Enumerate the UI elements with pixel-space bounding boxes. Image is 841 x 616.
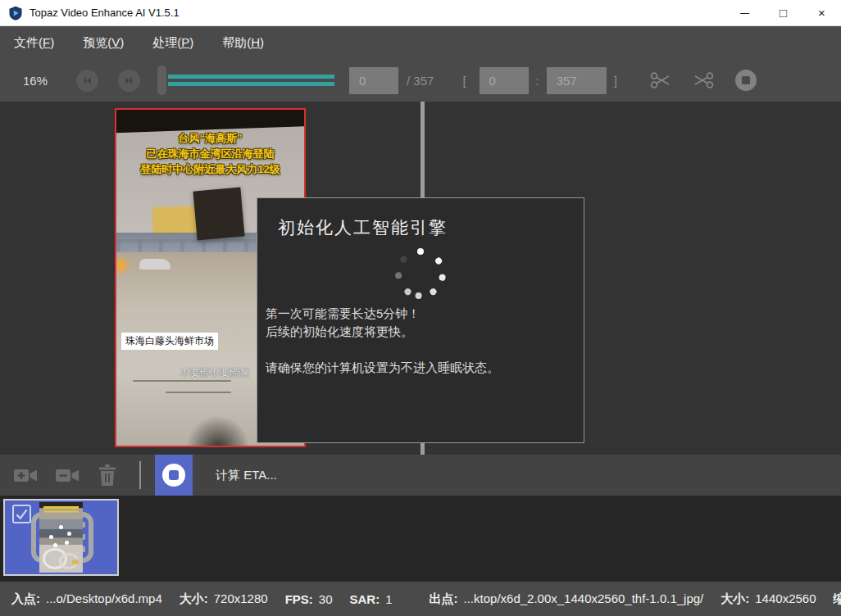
trim-bracket-close: ]: [614, 74, 617, 88]
window-title: Topaz Video Enhance AI V1.5.1: [30, 7, 180, 19]
status-fps: FPS:30: [285, 592, 333, 606]
trim-start-input[interactable]: [480, 67, 529, 94]
video-streak: [133, 380, 231, 382]
trim-colon: :: [536, 74, 539, 88]
video-hanging-sign-shape: [193, 188, 244, 241]
skip-end-icon: [123, 75, 135, 87]
timeline-slider[interactable]: [157, 66, 334, 95]
skip-to-end-button[interactable]: [118, 70, 140, 92]
remove-video-icon: [55, 466, 80, 485]
trim-in-button[interactable]: [648, 70, 673, 91]
scissors-out-icon: [691, 70, 716, 91]
timeline-slider-track[interactable]: [168, 75, 334, 86]
stop-processing-button[interactable]: [155, 455, 193, 496]
add-video-button[interactable]: [13, 466, 39, 485]
title-bar: Topaz Video Enhance AI V1.5.1 ─ □ ×: [0, 0, 841, 26]
remove-video-button[interactable]: [55, 466, 80, 485]
minimize-button[interactable]: ─: [725, 0, 764, 25]
add-video-icon: [13, 466, 39, 485]
video-headline-text: 台风“海高斯” 已在珠海市金湾区沿海登陆 登陆时中心附近最大风力12级: [116, 130, 304, 177]
eta-label: 计算 ETA...: [216, 468, 277, 483]
status-input-file: 入点:...o/Desktop/x6d.mp4: [11, 591, 162, 607]
status-bar: 入点:...o/Desktop/x6d.mp4 大小:720x1280 FPS:…: [0, 582, 841, 616]
total-frames-label: / 357: [407, 74, 434, 88]
video-location-label: 珠海白藤头海鲜市场: [121, 333, 218, 350]
dialog-title: 初始化人工智能引擎: [278, 216, 448, 239]
process-bar: 计算 ETA...: [0, 455, 841, 496]
app-logo-icon: [8, 6, 23, 20]
status-scale: 缩放:200%: [834, 591, 841, 607]
maximize-button[interactable]: □: [764, 0, 802, 25]
menu-help[interactable]: 帮助(H): [222, 35, 264, 51]
menu-process[interactable]: 处理(P): [152, 35, 193, 51]
video-caption-text: 不要慌不要慌啊: [180, 366, 249, 380]
window-controls: ─ □ ×: [725, 0, 841, 25]
status-input-size: 大小:720x1280: [180, 591, 268, 607]
dialog-message: 第一次可能需要长达5分钟！ 后续的初始化速度将更快。 请确保您的计算机设置为不进…: [266, 305, 499, 377]
trim-bracket-open: [: [462, 74, 466, 88]
video-reflection-shape: [187, 416, 249, 447]
loading-spinner-icon: [388, 241, 453, 306]
menu-bar: 文件(F) 预览(V) 处理(P) 帮助(H): [0, 26, 841, 59]
checkmark-icon: [14, 506, 30, 522]
status-sar: SAR:1: [350, 592, 393, 606]
delete-video-button[interactable]: [97, 464, 118, 487]
menu-preview[interactable]: 预览(V): [83, 35, 124, 51]
status-output-size: 大小:1440x2560: [721, 591, 816, 607]
playback-toolbar: 16% / 357 [ : ]: [0, 59, 841, 102]
app-window: Topaz Video Enhance AI V1.5.1 ─ □ × 文件(F…: [0, 0, 841, 616]
main-area: 台风“海高斯” 已在珠海市金湾区沿海登陆 登陆时中心附近最大风力12级 珠海白藤…: [0, 102, 841, 455]
stop-processing-icon: [162, 464, 185, 487]
thumbnail-checkbox[interactable]: [12, 505, 31, 523]
trim-end-input[interactable]: [547, 67, 607, 94]
close-button[interactable]: ×: [802, 0, 841, 25]
init-engine-dialog: 初始化人工智能引擎 第一次可能需要长达5分钟！ 后续的初始化速度将更快。 请确保…: [257, 197, 584, 443]
thumbnail-strip: [0, 496, 841, 582]
thumbnail-yellow-spot: [72, 559, 79, 564]
menu-file[interactable]: 文件(F): [14, 35, 54, 51]
video-thumbnail-card[interactable]: [3, 499, 119, 576]
trim-out-button[interactable]: [691, 70, 716, 91]
timeline-slider-handle[interactable]: [157, 66, 166, 95]
current-frame-input[interactable]: [349, 67, 398, 94]
thumbnail-image: [39, 502, 83, 573]
status-output-file: 出点:...ktop/x6d_2.00x_1440x2560_thf-1.0.1…: [430, 591, 704, 607]
skip-to-start-button[interactable]: [76, 70, 98, 92]
stop-circle-icon: [734, 68, 758, 93]
video-car-shape: [139, 259, 170, 270]
zoom-level-label: 16%: [23, 74, 54, 88]
trash-icon: [97, 464, 118, 487]
thumbnail-headline-streak: [43, 506, 79, 509]
video-overpass-shape: [115, 108, 306, 133]
scissors-in-icon: [648, 70, 673, 91]
stop-preview-button[interactable]: [734, 68, 758, 93]
skip-start-icon: [81, 75, 93, 87]
process-bar-divider: [139, 461, 141, 489]
video-light-glow: [115, 254, 130, 277]
video-streak: [166, 392, 231, 393]
